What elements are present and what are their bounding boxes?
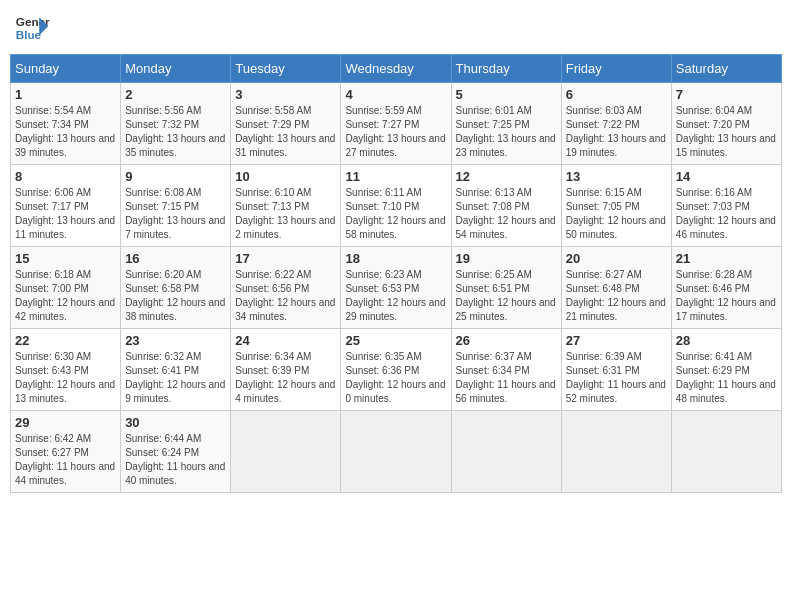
day-cell: 2 Sunrise: 5:56 AMSunset: 7:32 PMDayligh… bbox=[121, 83, 231, 165]
day-info: Sunrise: 5:56 AMSunset: 7:32 PMDaylight:… bbox=[125, 104, 226, 160]
day-number: 24 bbox=[235, 333, 336, 348]
day-number: 23 bbox=[125, 333, 226, 348]
day-of-week-header: Friday bbox=[561, 55, 671, 83]
day-cell: 28 Sunrise: 6:41 AMSunset: 6:29 PMDaylig… bbox=[671, 329, 781, 411]
day-info: Sunrise: 6:01 AMSunset: 7:25 PMDaylight:… bbox=[456, 104, 557, 160]
day-cell: 9 Sunrise: 6:08 AMSunset: 7:15 PMDayligh… bbox=[121, 165, 231, 247]
day-cell: 17 Sunrise: 6:22 AMSunset: 6:56 PMDaylig… bbox=[231, 247, 341, 329]
day-cell: 22 Sunrise: 6:30 AMSunset: 6:43 PMDaylig… bbox=[11, 329, 121, 411]
day-cell: 5 Sunrise: 6:01 AMSunset: 7:25 PMDayligh… bbox=[451, 83, 561, 165]
day-cell: 1 Sunrise: 5:54 AMSunset: 7:34 PMDayligh… bbox=[11, 83, 121, 165]
day-info: Sunrise: 6:37 AMSunset: 6:34 PMDaylight:… bbox=[456, 350, 557, 406]
day-info: Sunrise: 6:44 AMSunset: 6:24 PMDaylight:… bbox=[125, 432, 226, 488]
day-number: 12 bbox=[456, 169, 557, 184]
empty-day-cell bbox=[231, 411, 341, 493]
day-info: Sunrise: 6:10 AMSunset: 7:13 PMDaylight:… bbox=[235, 186, 336, 242]
day-cell: 4 Sunrise: 5:59 AMSunset: 7:27 PMDayligh… bbox=[341, 83, 451, 165]
day-cell: 23 Sunrise: 6:32 AMSunset: 6:41 PMDaylig… bbox=[121, 329, 231, 411]
day-number: 13 bbox=[566, 169, 667, 184]
day-cell: 19 Sunrise: 6:25 AMSunset: 6:51 PMDaylig… bbox=[451, 247, 561, 329]
day-info: Sunrise: 6:32 AMSunset: 6:41 PMDaylight:… bbox=[125, 350, 226, 406]
day-cell: 12 Sunrise: 6:13 AMSunset: 7:08 PMDaylig… bbox=[451, 165, 561, 247]
day-cell: 10 Sunrise: 6:10 AMSunset: 7:13 PMDaylig… bbox=[231, 165, 341, 247]
day-info: Sunrise: 6:28 AMSunset: 6:46 PMDaylight:… bbox=[676, 268, 777, 324]
empty-day-cell bbox=[341, 411, 451, 493]
day-of-week-header: Monday bbox=[121, 55, 231, 83]
day-number: 14 bbox=[676, 169, 777, 184]
day-number: 9 bbox=[125, 169, 226, 184]
day-number: 21 bbox=[676, 251, 777, 266]
day-number: 6 bbox=[566, 87, 667, 102]
day-info: Sunrise: 6:27 AMSunset: 6:48 PMDaylight:… bbox=[566, 268, 667, 324]
day-cell: 13 Sunrise: 6:15 AMSunset: 7:05 PMDaylig… bbox=[561, 165, 671, 247]
day-info: Sunrise: 6:39 AMSunset: 6:31 PMDaylight:… bbox=[566, 350, 667, 406]
day-of-week-header: Tuesday bbox=[231, 55, 341, 83]
day-cell: 6 Sunrise: 6:03 AMSunset: 7:22 PMDayligh… bbox=[561, 83, 671, 165]
day-number: 16 bbox=[125, 251, 226, 266]
day-of-week-header: Sunday bbox=[11, 55, 121, 83]
day-info: Sunrise: 6:11 AMSunset: 7:10 PMDaylight:… bbox=[345, 186, 446, 242]
day-number: 8 bbox=[15, 169, 116, 184]
day-info: Sunrise: 6:18 AMSunset: 7:00 PMDaylight:… bbox=[15, 268, 116, 324]
day-number: 17 bbox=[235, 251, 336, 266]
day-info: Sunrise: 6:42 AMSunset: 6:27 PMDaylight:… bbox=[15, 432, 116, 488]
day-number: 22 bbox=[15, 333, 116, 348]
calendar-week-row: 1 Sunrise: 5:54 AMSunset: 7:34 PMDayligh… bbox=[11, 83, 782, 165]
day-cell: 15 Sunrise: 6:18 AMSunset: 7:00 PMDaylig… bbox=[11, 247, 121, 329]
day-info: Sunrise: 6:08 AMSunset: 7:15 PMDaylight:… bbox=[125, 186, 226, 242]
day-cell: 27 Sunrise: 6:39 AMSunset: 6:31 PMDaylig… bbox=[561, 329, 671, 411]
day-number: 15 bbox=[15, 251, 116, 266]
calendar-week-row: 22 Sunrise: 6:30 AMSunset: 6:43 PMDaylig… bbox=[11, 329, 782, 411]
day-number: 28 bbox=[676, 333, 777, 348]
svg-text:Blue: Blue bbox=[16, 28, 42, 41]
day-cell: 26 Sunrise: 6:37 AMSunset: 6:34 PMDaylig… bbox=[451, 329, 561, 411]
day-cell: 30 Sunrise: 6:44 AMSunset: 6:24 PMDaylig… bbox=[121, 411, 231, 493]
calendar-week-row: 8 Sunrise: 6:06 AMSunset: 7:17 PMDayligh… bbox=[11, 165, 782, 247]
day-of-week-header: Saturday bbox=[671, 55, 781, 83]
day-cell: 8 Sunrise: 6:06 AMSunset: 7:17 PMDayligh… bbox=[11, 165, 121, 247]
day-number: 1 bbox=[15, 87, 116, 102]
day-cell: 7 Sunrise: 6:04 AMSunset: 7:20 PMDayligh… bbox=[671, 83, 781, 165]
day-of-week-header: Thursday bbox=[451, 55, 561, 83]
day-info: Sunrise: 6:41 AMSunset: 6:29 PMDaylight:… bbox=[676, 350, 777, 406]
day-number: 4 bbox=[345, 87, 446, 102]
day-info: Sunrise: 6:30 AMSunset: 6:43 PMDaylight:… bbox=[15, 350, 116, 406]
day-number: 19 bbox=[456, 251, 557, 266]
day-number: 20 bbox=[566, 251, 667, 266]
day-info: Sunrise: 6:15 AMSunset: 7:05 PMDaylight:… bbox=[566, 186, 667, 242]
day-cell: 20 Sunrise: 6:27 AMSunset: 6:48 PMDaylig… bbox=[561, 247, 671, 329]
day-number: 5 bbox=[456, 87, 557, 102]
empty-day-cell bbox=[561, 411, 671, 493]
day-of-week-header: Wednesday bbox=[341, 55, 451, 83]
day-info: Sunrise: 6:04 AMSunset: 7:20 PMDaylight:… bbox=[676, 104, 777, 160]
day-cell: 16 Sunrise: 6:20 AMSunset: 6:58 PMDaylig… bbox=[121, 247, 231, 329]
empty-day-cell bbox=[671, 411, 781, 493]
day-number: 18 bbox=[345, 251, 446, 266]
day-info: Sunrise: 6:22 AMSunset: 6:56 PMDaylight:… bbox=[235, 268, 336, 324]
day-info: Sunrise: 6:16 AMSunset: 7:03 PMDaylight:… bbox=[676, 186, 777, 242]
logo: General Blue bbox=[14, 10, 50, 46]
day-cell: 24 Sunrise: 6:34 AMSunset: 6:39 PMDaylig… bbox=[231, 329, 341, 411]
day-number: 3 bbox=[235, 87, 336, 102]
calendar-table: SundayMondayTuesdayWednesdayThursdayFrid… bbox=[10, 54, 782, 493]
day-cell: 25 Sunrise: 6:35 AMSunset: 6:36 PMDaylig… bbox=[341, 329, 451, 411]
day-cell: 14 Sunrise: 6:16 AMSunset: 7:03 PMDaylig… bbox=[671, 165, 781, 247]
day-number: 26 bbox=[456, 333, 557, 348]
day-info: Sunrise: 6:06 AMSunset: 7:17 PMDaylight:… bbox=[15, 186, 116, 242]
calendar-week-row: 29 Sunrise: 6:42 AMSunset: 6:27 PMDaylig… bbox=[11, 411, 782, 493]
day-info: Sunrise: 5:58 AMSunset: 7:29 PMDaylight:… bbox=[235, 104, 336, 160]
day-info: Sunrise: 6:23 AMSunset: 6:53 PMDaylight:… bbox=[345, 268, 446, 324]
calendar-week-row: 15 Sunrise: 6:18 AMSunset: 7:00 PMDaylig… bbox=[11, 247, 782, 329]
empty-day-cell bbox=[451, 411, 561, 493]
day-info: Sunrise: 5:54 AMSunset: 7:34 PMDaylight:… bbox=[15, 104, 116, 160]
day-number: 30 bbox=[125, 415, 226, 430]
day-number: 25 bbox=[345, 333, 446, 348]
day-number: 7 bbox=[676, 87, 777, 102]
day-info: Sunrise: 6:35 AMSunset: 6:36 PMDaylight:… bbox=[345, 350, 446, 406]
day-number: 29 bbox=[15, 415, 116, 430]
day-info: Sunrise: 6:20 AMSunset: 6:58 PMDaylight:… bbox=[125, 268, 226, 324]
logo-icon: General Blue bbox=[14, 10, 50, 46]
day-number: 10 bbox=[235, 169, 336, 184]
day-info: Sunrise: 6:13 AMSunset: 7:08 PMDaylight:… bbox=[456, 186, 557, 242]
day-number: 11 bbox=[345, 169, 446, 184]
